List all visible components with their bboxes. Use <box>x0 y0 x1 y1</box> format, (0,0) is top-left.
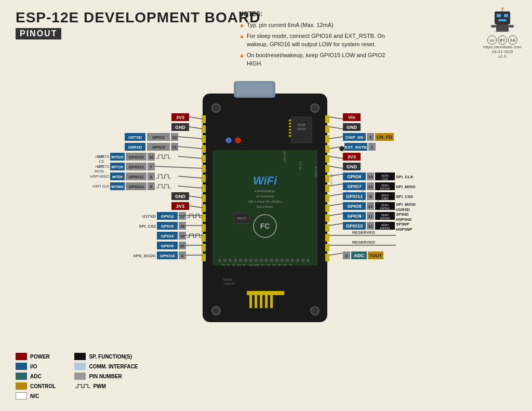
warning-icon-3: ▲ <box>239 51 245 60</box>
svg-rect-3 <box>498 19 507 21</box>
legend-adc: ADC <box>16 373 56 380</box>
svg-rect-83 <box>307 259 310 262</box>
svg-text:GND: GND <box>175 125 186 130</box>
svg-rect-76 <box>270 259 273 262</box>
svg-line-227 <box>329 156 343 158</box>
svg-text:DATA3: DATA3 <box>380 227 390 230</box>
svg-line-163 <box>178 176 203 178</box>
svg-text:U0RTS: U0RTS <box>97 155 109 158</box>
svg-text:ACROBOTIC: ACROBOTIC <box>495 30 510 33</box>
svg-text:RESERVED: RESERVED <box>352 240 375 245</box>
svg-text:21: 21 <box>172 145 177 150</box>
svg-line-278 <box>329 223 343 226</box>
legend-nc-label: N/C <box>30 393 39 399</box>
power-color-swatch <box>16 353 27 360</box>
svg-text:9: 9 <box>369 194 372 199</box>
svg-text:CP2102: CP2102 <box>297 127 306 130</box>
svg-text:3V3: 3V3 <box>249 264 254 267</box>
svg-rect-54 <box>289 132 291 134</box>
svg-rect-12 <box>236 83 273 96</box>
svg-rect-44 <box>325 234 329 242</box>
svg-rect-7 <box>491 25 496 28</box>
adc-color-swatch <box>16 373 27 380</box>
svg-text:EXT_RSTB: EXT_RSTB <box>345 145 367 150</box>
comm-color-swatch <box>74 363 86 370</box>
svg-text:GPIO2: GPIO2 <box>161 214 174 219</box>
svg-rect-42 <box>325 214 329 222</box>
svg-text:MODEL: MODEL <box>223 278 233 281</box>
svg-rect-80 <box>291 259 294 262</box>
svg-text:GND: GND <box>254 264 260 267</box>
svg-text:GND: GND <box>347 125 357 130</box>
notes-section: NOTES: ▲ Typ. pin current 6mA (Max. 12mA… <box>239 9 395 70</box>
legend-comm-label: COMM. INTERFACE <box>89 364 138 369</box>
svg-line-292 <box>329 253 343 255</box>
page-subtitle: PINOUT <box>16 28 61 39</box>
svg-text:14: 14 <box>368 175 373 179</box>
svg-rect-110 <box>247 291 284 295</box>
svg-text:D5: D5 <box>261 264 264 267</box>
svg-text:SDO CMD: SDO CMD <box>330 173 333 185</box>
svg-text:MOSI: MOSI <box>95 169 104 173</box>
svg-text:GND RST: GND RST <box>283 151 286 163</box>
svg-rect-107 <box>260 294 262 308</box>
svg-text:D8: D8 <box>278 264 281 267</box>
svg-text:3V3: 3V3 <box>348 154 356 160</box>
svg-text:GPIO6: GPIO6 <box>347 174 362 179</box>
svg-rect-53 <box>289 129 291 130</box>
svg-text:GPIO8: GPIO8 <box>347 204 362 209</box>
svg-line-211 <box>329 127 343 129</box>
svg-text:SPI_CS2: SPI_CS2 <box>139 224 156 229</box>
svg-text:GPIO15: GPIO15 <box>129 155 144 160</box>
svg-text:MTDI: MTDI <box>112 175 123 179</box>
note-text-1: Typ. pin current 6mA (Max. 12mA) <box>247 21 334 30</box>
svg-text:U0CTS: U0CTS <box>97 165 109 168</box>
svg-text:10: 10 <box>368 184 373 189</box>
svg-text:5: 5 <box>150 184 153 189</box>
svg-text:EN 3V3: EN 3V3 <box>299 161 302 170</box>
svg-text:3V3: 3V3 <box>176 115 184 120</box>
svg-text:CS: CS <box>99 160 104 163</box>
legend-pinnum: PIN NUMBER <box>74 373 138 380</box>
legend-spfunc: SP. FUNCTION(S) <box>74 353 138 360</box>
legend-pwm-label: PWM <box>93 383 105 389</box>
svg-text:ADC: ADC <box>354 253 364 258</box>
legend-io-label: I/O <box>30 364 37 369</box>
svg-point-5 <box>501 7 503 9</box>
svg-text:MTCK: MTCK <box>111 165 123 169</box>
svg-rect-8 <box>509 25 514 28</box>
svg-text:DATA2: DATA2 <box>380 217 390 220</box>
svg-text:6: 6 <box>150 175 153 179</box>
svg-line-171 <box>178 186 203 188</box>
svg-text:U1TXD: U1TXD <box>142 214 156 219</box>
warning-icon-1: ▲ <box>239 21 245 30</box>
svg-rect-70 <box>239 259 242 262</box>
svg-point-112 <box>235 138 241 143</box>
svg-text:D2: D2 <box>232 264 235 267</box>
svg-text:U1RXD: U1RXD <box>396 207 410 212</box>
note-3: ▲ On boot/reset/wakeup, keep GPIO15 LOW … <box>239 51 395 68</box>
header: ESP-12E DEVELOPMENT BOARD PINOUT <box>16 9 261 39</box>
svg-point-14 <box>311 104 319 112</box>
svg-text:TX: TX <box>289 264 292 267</box>
svg-text:HSPI CLK: HSPI CLK <box>92 184 109 188</box>
svg-text:TOUT: TOUT <box>369 253 382 258</box>
svg-rect-41 <box>325 204 329 212</box>
svg-text:GPIO13: GPIO13 <box>129 165 144 169</box>
svg-text:CMD: CMD <box>381 197 389 200</box>
svg-rect-36 <box>325 155 329 163</box>
svg-text:MTMS: MTMS <box>111 184 124 189</box>
svg-rect-75 <box>265 259 268 262</box>
svg-text:18: 18 <box>180 224 185 229</box>
svg-rect-33 <box>325 125 329 133</box>
svg-rect-106 <box>255 294 257 308</box>
svg-text:GND: GND <box>347 164 357 169</box>
svg-text:19: 19 <box>180 234 185 238</box>
legend-nc: N/C <box>16 392 56 400</box>
svg-rect-77 <box>275 259 278 262</box>
legend-power-label: POWER <box>30 354 50 360</box>
svg-rect-46 <box>325 254 329 261</box>
svg-text:GPIO7: GPIO7 <box>347 184 362 189</box>
svg-text:D1: D1 <box>227 264 230 267</box>
svg-point-220 <box>339 146 344 151</box>
